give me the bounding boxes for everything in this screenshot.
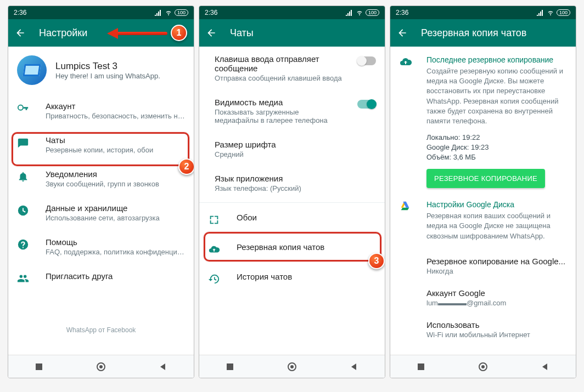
section-desc: Создайте резервную копию сообщений и мед…: [426, 66, 567, 126]
chats-item-lang[interactable]: Язык приложения Язык телефона: (Русский): [199, 166, 385, 200]
row-title: Аккаунт Google: [426, 288, 567, 298]
toggle-enter-sends[interactable]: [357, 56, 376, 65]
back-icon[interactable]: [206, 27, 217, 38]
status-time: 2:36: [205, 9, 217, 16]
annotation-arrow: [107, 25, 167, 41]
item-sub: Язык телефона: (Русский): [215, 184, 376, 192]
settings-item-help[interactable]: Помощь FAQ, поддержка, политика конфиден…: [8, 230, 194, 264]
cloud-icon: [399, 55, 412, 188]
row-sub: Wi-Fi или мобильный Интернет: [426, 331, 567, 339]
bell-icon: [17, 171, 30, 184]
chats-item-history[interactable]: История чатов: [199, 264, 385, 294]
back-icon[interactable]: [397, 27, 408, 38]
annotation-badge-2: 2: [178, 158, 194, 175]
chats-item-backup[interactable]: Резервная копия чатов: [199, 235, 385, 264]
chats-item-font[interactable]: Размер шрифта Средний: [199, 132, 385, 166]
divider: [199, 202, 385, 203]
battery-pill: 100: [366, 9, 379, 16]
item-title: Пригласить друга: [46, 271, 185, 281]
item-title: Данные и хранилище: [46, 203, 185, 213]
settings-item-notifications[interactable]: Уведомления Звуки сообщений, групп и зво…: [8, 162, 194, 196]
nav-back-icon[interactable]: [350, 362, 358, 371]
signal-icon: [155, 9, 162, 16]
item-title: Чаты: [46, 135, 185, 145]
status-bar: 2:36 100: [8, 6, 194, 19]
chats-item-media[interactable]: Видимость медиа Показывать загруженные м…: [199, 90, 385, 132]
row-sub: Никогда: [426, 267, 567, 275]
svg-point-2: [99, 365, 103, 368]
footer-note: WhatsApp от Facebook: [8, 293, 194, 334]
item-sub: Отправка сообщений клавишей ввода: [215, 74, 342, 82]
backup-button[interactable]: РЕЗЕРВНОЕ КОПИРОВАНИЕ: [426, 169, 545, 188]
status-time: 2:36: [14, 9, 26, 16]
key-icon: [17, 103, 30, 116]
profile-status: Hey there! I am using WhatsApp.: [55, 72, 160, 80]
row-network[interactable]: Использовать Wi-Fi или мобильный Интерне…: [390, 314, 576, 345]
annotation-badge-3: 3: [368, 253, 385, 269]
avatar: [17, 55, 47, 85]
status-indicators: 100: [537, 9, 570, 16]
svg-rect-3: [227, 363, 233, 370]
item-sub: Резервные копии, история, обои: [46, 146, 185, 154]
item-title: История чатов: [237, 272, 376, 281]
profile-row[interactable]: Lumpics Test 3 Hey there! I am using Wha…: [8, 47, 194, 94]
info-local: Локально: 19:22: [426, 133, 567, 141]
appbar-title: Чаты: [230, 27, 254, 39]
settings-item-chats[interactable]: Чаты Резервные копии, история, обои: [8, 128, 194, 162]
data-icon: [17, 204, 30, 218]
app-bar: Чаты: [199, 19, 385, 47]
toggle-media-visibility[interactable]: [357, 100, 376, 109]
chats-settings-content: Клавиша ввода отправляет сообщение Отпра…: [199, 47, 385, 355]
nav-home-icon[interactable]: [287, 362, 297, 372]
svg-point-8: [481, 365, 485, 368]
android-nav-bar: [390, 355, 576, 378]
row-google-account[interactable]: Аккаунт Google lum▬▬▬▬@gmail.com: [390, 282, 576, 314]
android-nav-bar: [8, 355, 194, 378]
svg-rect-0: [36, 363, 42, 370]
chat-icon: [17, 137, 30, 150]
nav-recent-icon[interactable]: [226, 362, 234, 371]
nav-back-icon[interactable]: [159, 362, 167, 371]
settings-content: Lumpics Test 3 Hey there! I am using Wha…: [8, 47, 194, 355]
status-bar: 2:36 100: [199, 6, 385, 19]
nav-back-icon[interactable]: [541, 362, 549, 371]
nav-home-icon[interactable]: [478, 362, 488, 372]
wifi-icon: [356, 9, 363, 16]
google-drive-icon: [399, 200, 412, 241]
profile-name: Lumpics Test 3: [55, 61, 160, 72]
item-sub: Звуки сообщений, групп и звонков: [46, 180, 185, 188]
signal-icon: [346, 9, 353, 16]
annotation-badge-1: 1: [171, 25, 187, 41]
item-title: Резервная копия чатов: [237, 242, 376, 252]
settings-item-invite[interactable]: Пригласить друга: [8, 264, 194, 293]
section-desc: Резервная копия ваших сообщений и медиа …: [426, 211, 567, 241]
back-icon[interactable]: [15, 27, 26, 38]
item-title: Размер шрифта: [215, 140, 376, 149]
item-title: Клавиша ввода отправляет сообщение: [215, 54, 342, 73]
settings-item-data[interactable]: Данные и хранилище Использование сети, а…: [8, 196, 194, 230]
status-bar: 2:36 100: [390, 6, 576, 19]
item-sub: Средний: [215, 150, 376, 158]
chats-item-wallpaper[interactable]: Обои: [199, 205, 385, 235]
phone-settings: 2:36 100 Настройки 1 Lumpics Test 3 Hey …: [8, 5, 194, 378]
wifi-icon: [547, 9, 554, 16]
phone-backup: 2:36 100 Резервная копия чатов Последнее…: [390, 5, 576, 378]
app-bar: Настройки 1: [8, 19, 194, 47]
app-bar: Резервная копия чатов: [390, 19, 576, 47]
svg-point-5: [290, 365, 294, 368]
item-title: Обои: [237, 213, 376, 222]
chats-item-enter[interactable]: Клавиша ввода отправляет сообщение Отпра…: [199, 47, 385, 90]
settings-item-account[interactable]: Аккаунт Приватность, безопасность, измен…: [8, 94, 194, 128]
status-indicators: 100: [346, 9, 379, 16]
row-backup-frequency[interactable]: Резервное копирование на Google... Никог…: [390, 250, 576, 282]
nav-recent-icon[interactable]: [417, 362, 425, 371]
status-time: 2:36: [396, 9, 408, 16]
appbar-title: Настройки: [39, 27, 87, 39]
section-google-drive: Настройки Google Диска Резервная копия в…: [390, 197, 576, 250]
cloud-upload-icon: [208, 243, 221, 257]
info-size: Объём: 3,6 МБ: [426, 153, 567, 161]
nav-home-icon[interactable]: [96, 362, 106, 372]
appbar-title: Резервная копия чатов: [421, 27, 526, 39]
nav-recent-icon[interactable]: [35, 362, 43, 371]
wifi-icon: [165, 9, 172, 16]
